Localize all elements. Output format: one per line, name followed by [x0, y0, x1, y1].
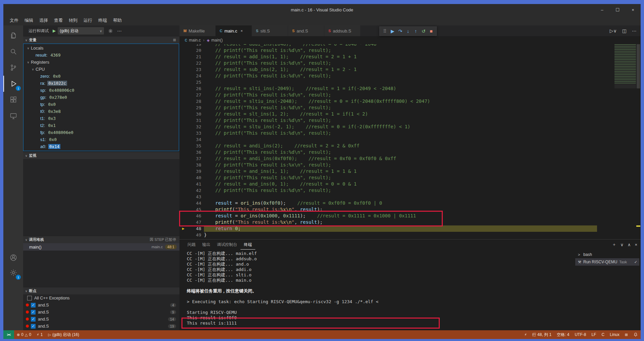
code-line[interactable]: 23 // result = sub_ins(2, 1); //result =…	[179, 66, 641, 73]
run-or-debug-icon[interactable]: ▷∨	[610, 28, 617, 33]
activity-item-remote-explorer[interactable]	[3, 108, 23, 124]
line-number[interactable]: 28	[179, 98, 201, 105]
line-number[interactable]: 35	[179, 143, 201, 149]
line-number[interactable]: 42	[179, 187, 201, 194]
code-line[interactable]: 47 printf("This result is:%x\n", result)…	[179, 219, 641, 225]
code-line[interactable]: 19 // result = addi_ins(2048); //result …	[179, 44, 641, 47]
code-line[interactable]: 28 // result = sltiu_ins(-2048); //resul…	[179, 98, 641, 105]
code-line[interactable]: 25	[179, 79, 641, 85]
notifications-status[interactable]	[631, 332, 641, 337]
ports-status[interactable]: ⚡ 1	[34, 332, 45, 337]
code-line[interactable]: 22 // printf("This result is:%d\n", resu…	[179, 60, 641, 66]
breakpoint-item[interactable]: ✓and.S9	[23, 309, 179, 316]
code-line[interactable]: 42 // printf("This result is:%d\n", resu…	[179, 187, 641, 194]
stop-icon[interactable]: ■	[427, 27, 435, 35]
code-line[interactable]: 38 // printf("This result is:%x\n", resu…	[179, 162, 641, 168]
variable-row[interactable]: result:4369	[23, 52, 179, 59]
menu-item-编辑[interactable]: 编辑	[21, 17, 36, 23]
line-number[interactable]: 36	[179, 149, 201, 155]
step-into-icon[interactable]: ↓	[404, 27, 412, 35]
step-over-icon[interactable]: ↷	[396, 27, 404, 35]
checkbox-checked[interactable]: ✓	[31, 303, 36, 308]
code-line[interactable]: 45 printf("This result is:%x\n", result)…	[179, 206, 641, 213]
line-number[interactable]: 32	[179, 124, 201, 130]
variable-row[interactable]: gp:0x278e0	[23, 94, 179, 101]
line-number[interactable]: 34	[179, 136, 201, 143]
start-debug-icon[interactable]: ▶	[53, 28, 56, 33]
title-bar[interactable]: main.c - 16 - Visual Studio Code – ☐ ×	[3, 4, 641, 15]
line-number[interactable]: 37	[179, 155, 201, 162]
panel-tab-调试控制台[interactable]: 调试控制台	[214, 240, 240, 249]
minimap[interactable]	[614, 44, 636, 84]
activity-item-search[interactable]	[3, 44, 23, 60]
activity-item-source-control[interactable]	[3, 60, 23, 76]
breakpoint-exceptions[interactable]: All C++ Exceptions	[23, 294, 179, 301]
activity-item-settings[interactable]: 1	[3, 265, 23, 281]
variables-section-header[interactable]: ∨ 变量 ⊞	[23, 36, 179, 44]
activity-item-account[interactable]	[3, 250, 23, 266]
code-line[interactable]: 37 // result = andi_ins(0xf0f0); //resul…	[179, 155, 641, 162]
line-number[interactable]: 24	[179, 73, 201, 79]
breakpoint-item[interactable]: ✓and.S19	[23, 323, 179, 330]
panel-tab-输出[interactable]: 输出	[199, 240, 214, 249]
code-line[interactable]: 30 // result = slt_ins(1, 2); //result =…	[179, 111, 641, 117]
line-number[interactable]: 19	[179, 44, 201, 47]
scrollbar-thumb[interactable]	[637, 44, 640, 88]
tab-addsub.S[interactable]: Saddsub.S	[324, 25, 361, 36]
debug-config-dropdown[interactable]: (gdb) 启动 ∨	[58, 27, 104, 35]
line-number[interactable]: 29	[179, 105, 201, 111]
split-editor-icon[interactable]: ◫	[622, 28, 627, 33]
tab-main.c[interactable]: Cmain.c×	[216, 25, 252, 36]
close-icon[interactable]: ×	[240, 29, 243, 33]
breakpoints-section-header[interactable]: ∨ 断点	[23, 287, 179, 294]
close-icon[interactable]: ×	[625, 4, 641, 15]
line-number[interactable]: 22	[179, 60, 201, 66]
line-number[interactable]: 49	[179, 232, 201, 238]
code-line[interactable]: 31 // printf("This result is:%d\n", resu…	[179, 117, 641, 124]
code-line[interactable]: 20 // printf("This result is:%d\n", resu…	[179, 47, 641, 54]
checkbox-checked[interactable]: ✓	[31, 324, 36, 329]
line-number[interactable]: 41	[179, 181, 201, 187]
callstack-frame[interactable]: main() main.c 48:1	[23, 243, 179, 251]
code-line[interactable]: 21 // result = add_ins(1, 1); //result =…	[179, 54, 641, 60]
menu-item-终端[interactable]: 终端	[95, 17, 110, 23]
code-line[interactable]: 46 result = or_ins(0x1000, 0x1111); //re…	[179, 213, 641, 219]
code-line[interactable]: 24 // printf("This result is:%d\n", resu…	[179, 73, 641, 79]
activity-item-extensions[interactable]	[3, 92, 23, 108]
tab-and.S[interactable]: Sand.S	[288, 25, 324, 36]
breadcrumb-symbol[interactable]: main()	[211, 38, 223, 43]
remote-indicator[interactable]: ><	[3, 330, 14, 339]
code-line[interactable]: 39 // result = and_ins(1, 1); //result =…	[179, 168, 641, 175]
variable-row[interactable]: a0:0x14	[23, 143, 179, 150]
cursor-position[interactable]: 行 48, 列 1	[530, 332, 554, 338]
line-number[interactable]: 20	[179, 47, 201, 54]
menu-item-转到[interactable]: 转到	[66, 17, 80, 23]
debug-session-status[interactable]: ▷ (gdb) 启动 (16)	[45, 332, 82, 338]
breadcrumb[interactable]: C main.c › ◈ main()	[179, 36, 641, 44]
restart-icon[interactable]: ↺	[420, 27, 427, 35]
menu-item-运行[interactable]: 运行	[80, 17, 95, 23]
breakpoint-item[interactable]: ✓and.S4	[23, 301, 179, 309]
menu-item-查看[interactable]: 查看	[51, 17, 66, 23]
more-actions-icon[interactable]: ⋯	[117, 28, 122, 33]
variable-row[interactable]: t2:0x1	[23, 122, 179, 129]
code-editor[interactable]: 19 // result = addi_ins(2048); //result …	[179, 44, 641, 239]
line-number[interactable]: 43	[179, 194, 201, 200]
line-number[interactable]: 40	[179, 175, 201, 181]
menu-item-选择[interactable]: 选择	[36, 17, 51, 23]
maximize-icon[interactable]: ☐	[610, 4, 625, 15]
editor-scrollbar[interactable]	[636, 44, 641, 239]
more-actions-icon[interactable]: ⋯	[632, 28, 637, 33]
code-line[interactable]: 29 // printf("This result is:%d\n", resu…	[179, 105, 641, 111]
close-panel-icon[interactable]: ×	[635, 242, 637, 247]
code-line[interactable]: 43	[179, 194, 641, 200]
line-number[interactable]: 30	[179, 111, 201, 117]
variable-row[interactable]: zero:0x0	[23, 73, 179, 80]
menu-item-文件[interactable]: 文件	[7, 17, 21, 23]
minimize-icon[interactable]: –	[594, 4, 610, 15]
problems-status[interactable]: ⊗ 0 △ 0	[14, 332, 34, 337]
tab-slti.S[interactable]: Sslti.S	[252, 25, 288, 36]
variable-row[interactable]: fp:0x408006e0	[23, 129, 179, 136]
line-number[interactable]: 39	[179, 168, 201, 175]
checkbox-unchecked[interactable]	[27, 296, 32, 300]
